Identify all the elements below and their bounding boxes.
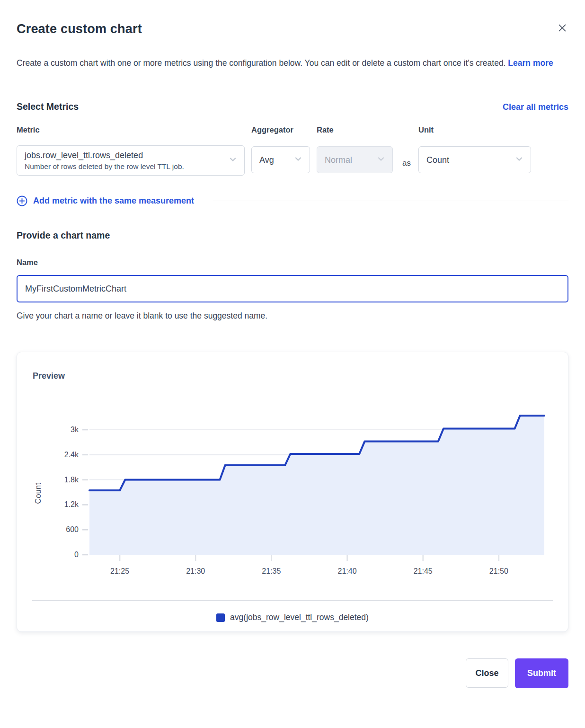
rate-column-label: Rate <box>317 125 393 136</box>
preview-card: Preview Count 06001.2k1.8k2.4k3k 21:2521… <box>17 352 568 632</box>
description-text: Create a custom chart with one or more m… <box>17 58 505 68</box>
metric-select-description: Number of rows deleted by the row level … <box>25 161 184 171</box>
as-label: as <box>393 159 418 176</box>
close-x-glyph <box>557 23 567 33</box>
x-axis-tick-label: 21:30 <box>186 566 205 577</box>
x-axis-tick-label: 21:45 <box>414 566 433 577</box>
add-metric-link[interactable]: Add metric with the same measurement <box>17 195 194 206</box>
plus-circle-icon <box>17 195 27 206</box>
name-field-label: Name <box>17 258 568 268</box>
legend-series-label: avg(jobs_row_level_ttl_rows_deleted) <box>230 613 369 622</box>
legend-swatch <box>216 613 225 622</box>
aggregator-column-label: Aggregator <box>251 125 310 136</box>
modal-header: Create custom chart <box>17 21 568 37</box>
chart-legend: avg(jobs_row_level_ttl_rows_deleted) <box>17 613 568 622</box>
legend-divider <box>32 600 553 601</box>
chevron-down-icon <box>293 154 303 166</box>
y-axis-tick-label: 600 <box>36 524 79 535</box>
y-axis-tick-label: 0 <box>36 550 79 560</box>
page-title: Create custom chart <box>17 21 142 37</box>
chart-name-heading: Provide a chart name <box>17 230 568 241</box>
submit-button[interactable]: Submit <box>515 658 568 688</box>
aggregator-select[interactable]: Avg <box>251 146 310 173</box>
clear-all-metrics-link[interactable]: Clear all metrics <box>503 102 568 112</box>
add-metric-label: Add metric with the same measurement <box>33 196 194 206</box>
horizontal-divider <box>213 201 568 201</box>
add-metric-row: Add metric with the same measurement <box>17 195 568 206</box>
rate-select: Normal <box>317 146 393 173</box>
select-metrics-header: Select Metrics Clear all metrics <box>17 101 568 112</box>
close-button[interactable]: Close <box>466 658 508 688</box>
chevron-down-icon <box>228 155 238 166</box>
metric-config-row: Metric jobs.row_level_ttl.rows_deleted N… <box>17 125 568 176</box>
y-axis-tick-label: 3k <box>36 425 79 435</box>
modal-footer: Close Submit <box>17 658 568 705</box>
metric-select-value: jobs.row_level_ttl.rows_deleted <box>25 150 184 161</box>
create-custom-chart-modal: Create custom chart Create a custom char… <box>0 0 585 705</box>
select-metrics-heading: Select Metrics <box>17 101 79 112</box>
chart-name-input[interactable] <box>17 275 568 302</box>
close-icon[interactable] <box>556 22 568 36</box>
aggregator-select-value: Avg <box>259 154 274 166</box>
aggregator-field: Aggregator Avg <box>251 125 310 173</box>
rate-field: Rate Normal <box>317 125 393 173</box>
metric-select[interactable]: jobs.row_level_ttl.rows_deleted Number o… <box>17 145 245 176</box>
unit-field: Unit Count <box>418 125 531 173</box>
unit-select-value: Count <box>426 154 449 166</box>
learn-more-link[interactable]: Learn more <box>508 58 553 68</box>
preview-step-area-chart <box>82 409 544 561</box>
metric-field: Metric jobs.row_level_ttl.rows_deleted N… <box>17 125 245 176</box>
rate-select-value: Normal <box>325 154 352 166</box>
x-axis-tick-label: 21:40 <box>338 566 357 577</box>
metric-column-label: Metric <box>17 125 245 136</box>
unit-select[interactable]: Count <box>418 146 531 173</box>
chevron-down-icon <box>514 154 524 166</box>
y-axis-tick-label: 2.4k <box>36 450 79 460</box>
modal-description: Create a custom chart with one or more m… <box>17 54 558 72</box>
y-axis-tick-label: 1.8k <box>36 475 79 485</box>
chevron-down-icon <box>376 154 386 166</box>
x-axis-tick-label: 21:25 <box>110 566 129 577</box>
y-axis-tick-label: 1.2k <box>36 499 79 510</box>
x-axis-tick-label: 21:35 <box>262 566 281 577</box>
metric-select-texts: jobs.row_level_ttl.rows_deleted Number o… <box>25 150 184 171</box>
unit-column-label: Unit <box>418 125 531 136</box>
x-axis-tick-label: 21:50 <box>489 566 508 577</box>
y-axis-labels: 06001.2k1.8k2.4k3k <box>36 352 79 631</box>
name-helper-text: Give your chart a name or leave it blank… <box>17 310 568 321</box>
